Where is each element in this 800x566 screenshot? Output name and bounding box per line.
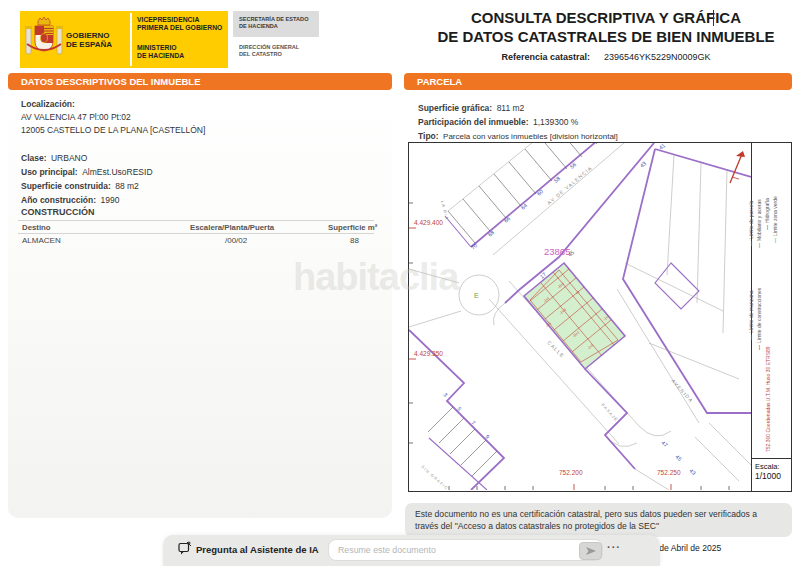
table-border-top [18,220,374,221]
legend-zona-verde: —Límite zona verde [772,196,779,243]
escala-value: 1/1000 [755,471,792,481]
direccion-general-label: DIRECCIÓN GENERALDEL CATASTRO [233,37,319,63]
street-name-avenida: AVENIDA [670,378,695,404]
referencia-value: 2396546YK5229N0009GK [604,52,711,62]
cadastral-document-page: GOBIERNODE ESPAÑA VICEPRESIDENCIAPRIMERA… [0,0,800,566]
house-number: 3 [442,391,448,397]
legend-label: Límite de parcela [748,201,754,239]
north-arrow-icon [730,151,745,183]
legend-label: Hidrografía [764,198,770,223]
ai-prompt-input[interactable] [328,539,603,561]
document-title: CONSULTA DESCRIPTIVA Y GRÁFICADE DATOS C… [420,8,792,46]
send-button[interactable] [579,542,602,560]
ai-assistant-label: Pregunta al Asistente de IA [196,544,319,555]
more-options-button[interactable]: ··· [607,541,621,553]
legend-dash: — [748,335,754,340]
legend-limite-construcciones: —Límite de construcciones [756,288,763,350]
text-cursor [713,10,714,26]
disclaimer-note: Este documento no es una certificación c… [405,503,792,537]
anio-row: Año construcción: 1990 [21,189,119,207]
house-number: 43 [639,160,648,169]
legend-utm-text: 752.300 Coordenadas U.T.M. Huso 30 ETRS8… [765,346,772,452]
table-row-destino: ALMACEN [22,236,61,245]
section-header-datos: DATOS DESCRIPTIVOS DEL INMUEBLE [8,73,392,90]
house-number: 43 [688,467,697,476]
table-border-mid [18,233,374,234]
table-row-escalera: /00/02 [225,236,247,245]
legend-limite-parcela: —Límite de parcela [748,201,755,246]
localizacion-label: Localización: [21,99,75,109]
col-destino: Destino [22,223,51,232]
escala-label: Escala: [755,462,792,471]
address-line1: AV VALENCIA 47 Pl:00 Pt:02 [21,112,131,122]
anio-label: Año construcción: [21,195,96,205]
address-line2: 12005 CASTELLO DE LA PLANA [CASTELLÓN] [21,125,205,135]
coord-label: 752.200 [559,469,583,476]
legend-label: Límite de manzana [748,290,754,333]
legend-dash: — [772,238,778,243]
house-number: 47 [660,439,669,448]
street-name-av-valencia: AV DE VALENCIA [546,164,594,205]
logo-divider [130,13,132,66]
ministerio-label: MINISTERIODE HACIENDA [137,44,184,60]
section-header-parcela: PARCELA [404,73,792,90]
tipo-value: Parcela con varios inmuebles [division h… [443,132,618,141]
house-number: 64 [520,202,529,211]
legend-label: Mobiliario y aceras [756,199,762,241]
escala-box: Escala: 1/1000 [751,458,792,492]
cadastral-map: -II+I -I+I +I -I+II -I+I -II+I -I+I -I+I… [409,143,751,490]
label-sin-grafic: SIN GRAFIC [420,464,449,490]
house-number: 70 [470,242,479,251]
manzana-number: 23865 [544,246,570,257]
coord-label: 4.429.400 [414,219,443,226]
legend-hidrografia: —Hidrografía [764,198,771,230]
referencia-label: Referencia catastral: [501,52,590,62]
park-label: E [474,292,479,299]
coord-label: 752.250 [657,469,681,476]
construccion-title: CONSTRUCCIÓN [21,207,95,217]
legend-dash: — [756,345,762,350]
house-number: 45 [674,453,683,462]
spain-coat-of-arms-icon [25,14,63,65]
legend-label: Límite zona verde [772,196,778,236]
coord-label: 4.429.350 [414,350,443,357]
col-superficie: Superficie m² [328,223,377,232]
col-escalera: Escalera/Planta/Puerta [190,223,274,232]
house-number: 68 [487,229,496,238]
legend-mobiliario: —Mobiliario y aceras [756,199,763,248]
legend-label: Límite de construcciones [756,288,762,343]
legend-dash: — [764,225,770,230]
vicepresidencia-label: VICEPRESIDENCIAPRIMERA DEL GOBIERNO [137,16,222,32]
tipo-label: Tipo: [418,131,439,141]
chat-assistant-icon [178,541,192,555]
street-name-laria: LA RIA [440,200,450,221]
tipo-row: Tipo: Parcela con varios inmuebles [divi… [418,125,618,143]
legend-dash: — [748,241,754,246]
legend-dash: — [756,243,762,248]
house-number: 66 [503,215,512,224]
anio-value: 1990 [101,195,120,205]
street-name-pasaje: PASAJE [600,402,619,422]
gobierno-de-espana-label: GOBIERNODE ESPAÑA [66,31,112,49]
send-icon [585,546,597,556]
house-number: 60 [536,188,545,197]
secretaria-label: SECRETARÍA DE ESTADODE HACIENDA [233,11,319,37]
table-row-superficie: 88 [350,236,359,245]
legend-limite-manzana: —Límite de manzana [748,290,755,340]
referencia-catastral: Referencia catastral:2396546YK5229N0009G… [420,52,792,62]
